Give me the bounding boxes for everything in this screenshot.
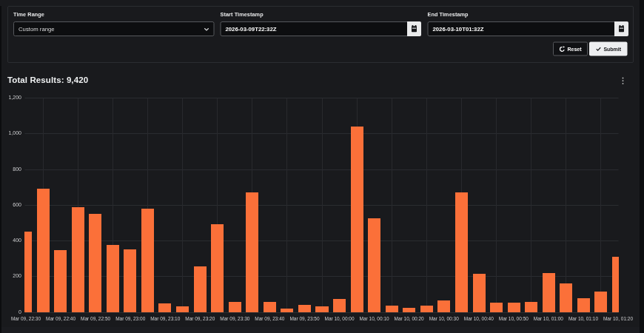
svg-text:Mar 10, 00:20: Mar 10, 00:20 [395,316,424,321]
svg-text:Mar 09, 22:30: Mar 09, 22:30 [11,316,41,321]
svg-text:Mar 09, 23:50: Mar 09, 23:50 [289,316,319,321]
svg-text:1,200: 1,200 [8,95,21,100]
svg-text:Mar 10, 00:50: Mar 10, 00:50 [499,316,529,321]
svg-text:Mar 09, 22:40: Mar 09, 22:40 [46,316,76,321]
svg-text:Mar 09, 23:00: Mar 09, 23:00 [115,316,145,321]
svg-text:Mar 10, 00:10: Mar 10, 00:10 [360,316,389,321]
svg-text:Mar 10, 01:20: Mar 10, 01:20 [603,316,633,321]
svg-text:Mar 09, 23:10: Mar 09, 23:10 [150,316,180,321]
svg-text:Mar 09, 22:50: Mar 09, 22:50 [81,316,110,321]
svg-text:Mar 10, 00:40: Mar 10, 00:40 [464,316,494,321]
svg-text:600: 600 [13,202,21,207]
svg-text:Mar 09, 23:30: Mar 09, 23:30 [220,316,249,321]
svg-text:Mar 10, 00:30: Mar 10, 00:30 [429,316,459,321]
svg-text:Mar 09, 23:20: Mar 09, 23:20 [185,316,215,321]
svg-text:800: 800 [13,166,21,172]
svg-text:Mar 10, 00:00: Mar 10, 00:00 [324,316,354,321]
svg-text:400: 400 [13,238,21,243]
svg-text:1,000: 1,000 [8,130,21,135]
svg-text:0: 0 [19,309,21,314]
svg-text:Mar 10, 01:00: Mar 10, 01:00 [534,316,563,321]
svg-text:200: 200 [13,273,21,278]
svg-text:Mar 09, 23:40: Mar 09, 23:40 [255,316,284,321]
svg-text:Mar 10, 01:10: Mar 10, 01:10 [568,316,598,321]
